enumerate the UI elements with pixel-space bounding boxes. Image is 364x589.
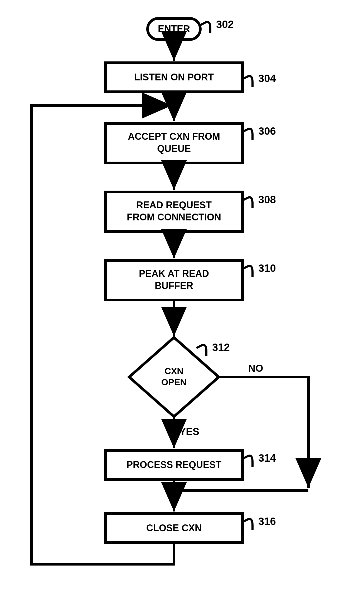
read-line1: READ REQUEST: [136, 200, 212, 210]
peak-line1: PEAK AT READ: [139, 268, 209, 279]
read-line2: FROM CONNECTION: [127, 212, 221, 223]
decision-line2: OPEN: [161, 377, 187, 387]
ref-306: 306: [242, 125, 276, 140]
ref-304-text: 304: [258, 73, 276, 84]
ref-314-text: 314: [258, 452, 276, 464]
accept-line2: QUEUE: [157, 143, 191, 154]
ref-312-text: 312: [212, 341, 230, 353]
process-label: PROCESS REQUEST: [127, 459, 221, 470]
ref-302-text: 302: [216, 18, 234, 30]
ref-308-text: 308: [258, 194, 276, 205]
ref-302: 302: [200, 18, 234, 33]
node-listen: LISTEN ON PORT: [105, 63, 242, 92]
ref-308: 308: [242, 194, 276, 208]
node-close: CLOSE CXN: [105, 514, 242, 543]
node-accept: ACCEPT CXN FROM QUEUE: [105, 123, 242, 163]
node-process: PROCESS REQUEST: [105, 450, 242, 479]
yes-label: YES: [179, 426, 199, 437]
peak-line2: BUFFER: [155, 280, 193, 291]
ref-306-text: 306: [258, 125, 276, 137]
no-label: NO: [248, 363, 263, 374]
ref-316: 316: [242, 515, 276, 530]
ref-316-text: 316: [258, 515, 276, 527]
ref-310: 310: [242, 262, 276, 277]
ref-312: 312: [196, 341, 230, 356]
node-peak: PEAK AT READ BUFFER: [105, 260, 242, 300]
node-read: READ REQUEST FROM CONNECTION: [105, 192, 242, 231]
node-enter: ENTER: [148, 18, 200, 40]
ref-310-text: 310: [258, 262, 276, 274]
flowchart: ENTER 302 LISTEN ON PORT 304 ACCEPT CXN …: [0, 0, 364, 589]
ref-314: 314: [242, 452, 276, 467]
decision-line1: CXN: [164, 366, 183, 376]
edge-loopback: [32, 105, 174, 564]
ref-304: 304: [242, 73, 276, 87]
enter-label: ENTER: [158, 23, 190, 34]
listen-label: LISTEN ON PORT: [134, 72, 214, 83]
accept-line1: ACCEPT CXN FROM: [128, 131, 220, 142]
edge-process-close: [174, 479, 308, 511]
close-label: CLOSE CXN: [146, 523, 202, 533]
